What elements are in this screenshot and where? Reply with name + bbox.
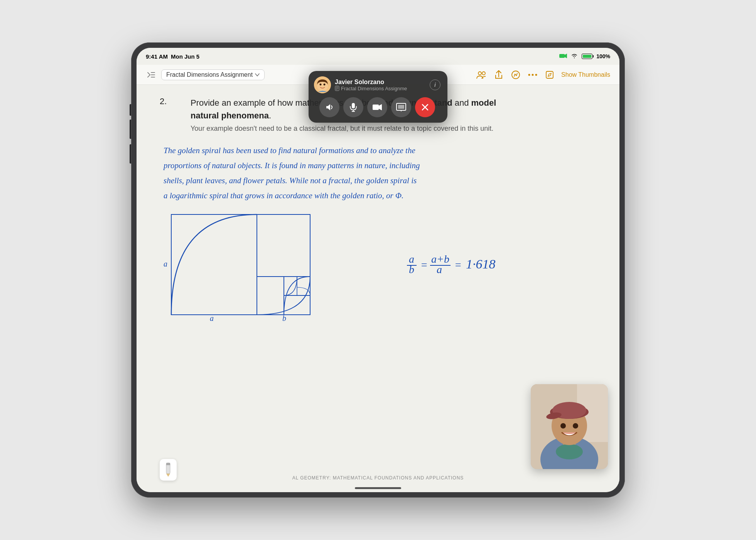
- svg-rect-0: [559, 54, 565, 58]
- caller-info: Javier Solorzano Fractal Dimensions Assi…: [335, 79, 426, 91]
- svg-text:a: a: [164, 260, 167, 268]
- svg-point-36: [560, 423, 566, 429]
- svg-rect-49: [373, 105, 379, 110]
- caller-document: Fractal Dimensions Assignme: [335, 86, 426, 91]
- svg-rect-52: [398, 105, 404, 109]
- more-icon[interactable]: [527, 69, 538, 80]
- svg-rect-9: [171, 214, 310, 315]
- status-bar: 9:41 AM Mon Jun 5 100%: [137, 48, 619, 65]
- date-display: Mon Jun 5: [171, 53, 199, 60]
- document-icon: [335, 86, 339, 91]
- screen-share-button[interactable]: [391, 97, 411, 117]
- camera-icon: [559, 53, 567, 60]
- ipad-device: 9:41 AM Mon Jun 5 100%: [131, 42, 625, 498]
- svg-point-5: [528, 74, 530, 76]
- svg-marker-1: [565, 54, 567, 58]
- time-display: 9:41 AM: [146, 53, 168, 60]
- svg-text:b: b: [282, 314, 286, 322]
- golden-spiral-diagram: a a b: [160, 207, 322, 322]
- handwritten-text: The golden spiral has been used to find …: [164, 143, 592, 203]
- svg-rect-46: [352, 103, 355, 108]
- people-icon[interactable]: [476, 69, 487, 80]
- volume-button[interactable]: [319, 97, 339, 117]
- mute-button[interactable]: [130, 104, 131, 116]
- svg-point-31: [556, 444, 583, 459]
- svg-text:a: a: [210, 314, 214, 322]
- end-call-button[interactable]: [415, 97, 435, 117]
- wifi-icon: [571, 53, 578, 60]
- edit-icon[interactable]: [544, 69, 555, 80]
- svg-point-3: [482, 72, 485, 75]
- caller-avatar: [314, 76, 331, 93]
- home-indicator: [355, 487, 401, 489]
- volume-up-button[interactable]: [130, 120, 131, 139]
- battery-indicator: [582, 54, 592, 59]
- markup-icon[interactable]: [510, 69, 521, 80]
- svg-text:1·618: 1·618: [466, 257, 496, 271]
- facetime-header: Javier Solorzano Fractal Dimensions Assi…: [314, 76, 440, 93]
- svg-point-2: [478, 72, 481, 75]
- handwritten-answer: The golden spiral has been used to find …: [160, 143, 596, 203]
- svg-text:=: =: [454, 259, 462, 271]
- share-icon[interactable]: [493, 69, 504, 80]
- svg-text:b: b: [409, 263, 414, 275]
- svg-point-44: [324, 84, 326, 86]
- svg-text:=: =: [420, 259, 428, 271]
- facetime-video-thumbnail: [531, 384, 608, 469]
- svg-marker-50: [379, 104, 382, 110]
- battery-percent: 100%: [596, 53, 610, 59]
- facetime-controls: [314, 97, 440, 117]
- caller-name: Javier Solorzano: [335, 79, 426, 86]
- microphone-button[interactable]: [343, 97, 363, 117]
- svg-point-7: [535, 74, 537, 76]
- facetime-info-button[interactable]: i: [430, 79, 440, 90]
- svg-text:a: a: [437, 263, 442, 275]
- document-content: 2. Provide an example of how mathematics…: [137, 85, 619, 492]
- show-thumbnails-button[interactable]: Show Thumbnails: [561, 71, 610, 78]
- ipad-screen: 9:41 AM Mon Jun 5 100%: [137, 48, 619, 492]
- page-footer: AL GEOMETRY: MATHEMATICAL FOUNDATIONS AN…: [160, 459, 596, 481]
- question-number: 2.: [160, 96, 179, 134]
- svg-point-37: [573, 423, 578, 429]
- collapse-icon[interactable]: [146, 69, 157, 80]
- svg-point-43: [320, 84, 322, 86]
- question-sub-text: Your example doesn't need to be a classi…: [191, 123, 499, 134]
- chevron-down-icon: [255, 73, 260, 76]
- diagram-section: a a b a b = a+b: [160, 207, 596, 322]
- formula-section: a b = a+b a = 1·618: [337, 245, 596, 284]
- svg-rect-40: [166, 463, 170, 465]
- volume-down-button[interactable]: [130, 144, 131, 164]
- facetime-overlay: Javier Solorzano Fractal Dimensions Assi…: [309, 71, 447, 123]
- document-title-dropdown[interactable]: Fractal Dimensions Assignment: [161, 69, 265, 80]
- footer-text: AL GEOMETRY: MATHEMATICAL FOUNDATIONS AN…: [160, 475, 596, 481]
- video-button[interactable]: [367, 97, 387, 117]
- document-title-text: Fractal Dimensions Assignment: [166, 71, 253, 78]
- svg-rect-8: [546, 71, 553, 78]
- svg-point-6: [532, 74, 534, 76]
